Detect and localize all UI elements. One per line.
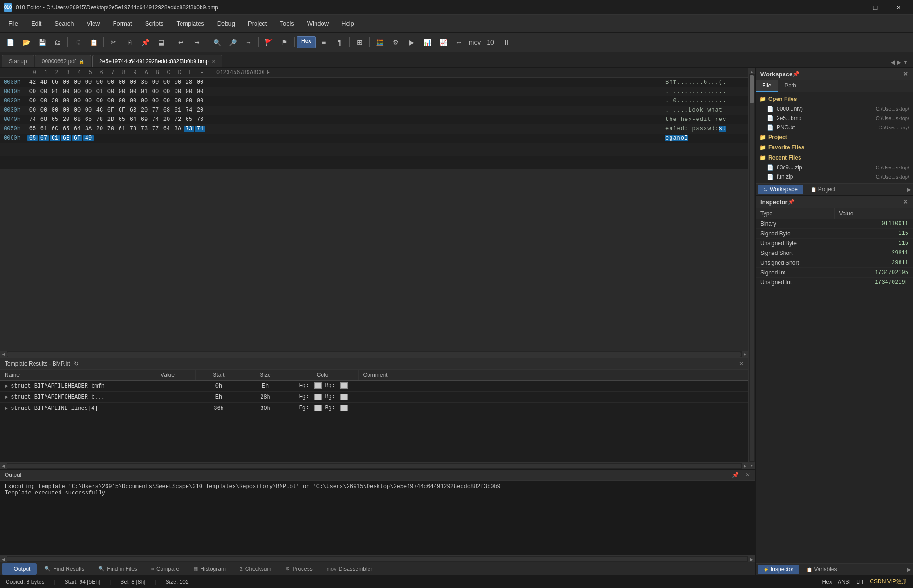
ws-recent-section[interactable]: 📁 Recent Files	[756, 153, 913, 163]
byte-0000-E[interactable]: 28	[184, 79, 194, 86]
byte-0030-8[interactable]: 6F	[117, 107, 127, 114]
ws-tab-path[interactable]: Path	[778, 80, 803, 92]
byte-0010-C[interactable]: 00	[161, 88, 172, 95]
maximize-button[interactable]: □	[865, 0, 886, 15]
btab-disassembler[interactable]: mov Disassembler	[320, 563, 379, 575]
col-button[interactable]: ⊞	[352, 35, 367, 49]
byte-0040-5[interactable]: 65	[83, 116, 94, 123]
byte-0040-8[interactable]: 65	[117, 116, 127, 123]
byte-0010-7[interactable]: 00	[106, 88, 116, 95]
byte-0050-3[interactable]: 65	[61, 126, 71, 132]
script-button[interactable]: ⚙	[388, 35, 403, 49]
ws-project-section[interactable]: 📁 Project	[756, 132, 913, 142]
table-row[interactable]: ▶struct BITMAPINFOHEADER b... Eh 28h Fg:…	[0, 392, 748, 403]
hscroll-left[interactable]: ◀	[0, 351, 7, 358]
byte-0030-C[interactable]: 68	[161, 107, 172, 114]
byte-0050-B[interactable]: 77	[150, 126, 161, 132]
menu-scripts[interactable]: Scripts	[139, 18, 170, 29]
tab-bmp[interactable]: 2e5e19744c644912928eddc882f3b0b9.bmp ✕	[92, 55, 222, 67]
byte-0030-4[interactable]: 00	[72, 107, 82, 114]
byte-0050-9[interactable]: 73	[128, 126, 138, 132]
asm-button[interactable]: mov	[467, 35, 482, 49]
byte-0030-5[interactable]: 00	[83, 107, 94, 114]
cut-button[interactable]: ✂	[106, 35, 121, 49]
byte-0020-3[interactable]: 00	[61, 98, 71, 104]
byte-0000-6[interactable]: 00	[94, 79, 105, 86]
inspector-close-button[interactable]: ✕	[903, 198, 908, 206]
ws-item-zip1[interactable]: 📄 83c9....zip C:\Use...sktop\	[756, 163, 913, 172]
inspector-pin-button[interactable]: 📌	[788, 199, 795, 205]
menu-help[interactable]: Help	[335, 18, 361, 29]
byte-0000-1[interactable]: 4D	[39, 79, 49, 86]
byte-0010-6[interactable]: 01	[94, 88, 105, 95]
btab-compare[interactable]: ≈ Compare	[145, 563, 186, 575]
byte-0030-9[interactable]: 6B	[128, 107, 138, 114]
byte-0000-D[interactable]: 00	[173, 79, 183, 86]
byte-0050-7[interactable]: 70	[106, 126, 116, 132]
tscroll-left[interactable]: ◀	[0, 463, 7, 469]
menu-project[interactable]: Project	[242, 18, 273, 29]
byte-0010-1[interactable]: 00	[39, 88, 49, 95]
bookmark-button[interactable]: 🚩	[261, 35, 276, 49]
new-button[interactable]: 📄	[3, 35, 18, 49]
byte-0030-2[interactable]: 00	[50, 107, 60, 114]
vscroll-track[interactable]	[750, 75, 754, 461]
byte-0030-A[interactable]: 20	[139, 107, 149, 114]
save-button[interactable]: 💾	[34, 35, 49, 49]
menu-window[interactable]: Window	[301, 18, 335, 29]
vscroll-thumb[interactable]	[750, 75, 754, 103]
byte-0050-A[interactable]: 73	[139, 126, 149, 132]
byte-0040-2[interactable]: 65	[50, 116, 60, 123]
bookmark2-button[interactable]: ⚑	[277, 35, 292, 49]
ws-item-bmp[interactable]: 📄 2e5...bmp C:\Use...sktop\	[756, 114, 913, 123]
btab-checksum[interactable]: Σ Checksum	[233, 563, 278, 575]
byte-0050-2[interactable]: 6C	[50, 126, 60, 132]
open-button[interactable]: 📂	[19, 35, 34, 49]
tab-navigation[interactable]: ◀ ▶ ▼	[888, 57, 911, 67]
btab-histogram[interactable]: ▦ Histogram	[187, 563, 232, 575]
ws-nav-right[interactable]: ▶	[907, 187, 911, 192]
byte-0000-2[interactable]: 66	[50, 79, 60, 86]
calc-button[interactable]: 🧮	[372, 35, 387, 49]
byte-0020-D[interactable]: 00	[173, 98, 183, 104]
byte-0000-5[interactable]: 00	[83, 79, 94, 86]
byte-0040-7[interactable]: 2D	[106, 116, 116, 123]
hex-mode-button[interactable]: Hex	[297, 36, 316, 48]
byte-0000-A[interactable]: 36	[139, 79, 149, 86]
ws-item-zip2[interactable]: 📄 fun.zip C:\Use...sktop\	[756, 172, 913, 181]
byte-0020-E[interactable]: 00	[184, 98, 194, 104]
byte-0010-3[interactable]: 00	[61, 88, 71, 95]
tscroll-track[interactable]	[7, 464, 741, 468]
replace-button[interactable]: 🔎	[225, 35, 240, 49]
hscroll-right[interactable]: ▶	[742, 351, 748, 358]
print2-button[interactable]: 📋	[86, 35, 101, 49]
output-close[interactable]: ✕	[745, 472, 750, 478]
output-pin[interactable]: 📌	[732, 472, 739, 478]
byte-0060-2[interactable]: 61	[50, 135, 60, 141]
byte-0030-3[interactable]: 00	[61, 107, 71, 114]
byte-0040-3[interactable]: 20	[61, 116, 71, 123]
template-refresh-icon[interactable]: ↻	[74, 361, 79, 367]
tab-pdf[interactable]: 00000662.pdf 🔒	[35, 55, 91, 67]
bits-button[interactable]: 10	[483, 35, 498, 49]
byte-0050-8[interactable]: 61	[117, 126, 127, 132]
expand-arrow-0[interactable]: ▶	[5, 383, 8, 389]
goto-button[interactable]: →	[241, 35, 256, 49]
byte-0040-4[interactable]: 68	[72, 116, 82, 123]
table-row[interactable]: ▶struct BITMAPFILEHEADER bmfh 0h Eh Fg: …	[0, 381, 748, 392]
byte-0000-9[interactable]: 00	[128, 79, 138, 86]
byte-0010-D[interactable]: 00	[173, 88, 183, 95]
byte-0020-5[interactable]: 00	[83, 98, 94, 104]
byte-0050-1[interactable]: 61	[39, 126, 49, 132]
byte-0010-5[interactable]: 00	[83, 88, 94, 95]
byte-0020-8[interactable]: 00	[117, 98, 127, 104]
byte-0030-0[interactable]: 00	[27, 107, 38, 114]
vscroll-down[interactable]: ▼	[749, 462, 755, 469]
btab-process[interactable]: ⚙ Process	[279, 563, 319, 575]
save-all-button[interactable]: 🗂	[50, 35, 65, 49]
byte-0040-F[interactable]: 76	[195, 116, 205, 123]
btab-output[interactable]: ≡ Output	[2, 563, 37, 575]
chart2-button[interactable]: 📈	[436, 35, 450, 49]
byte-0030-6[interactable]: 4C	[94, 107, 105, 114]
byte-0040-1[interactable]: 68	[39, 116, 49, 123]
